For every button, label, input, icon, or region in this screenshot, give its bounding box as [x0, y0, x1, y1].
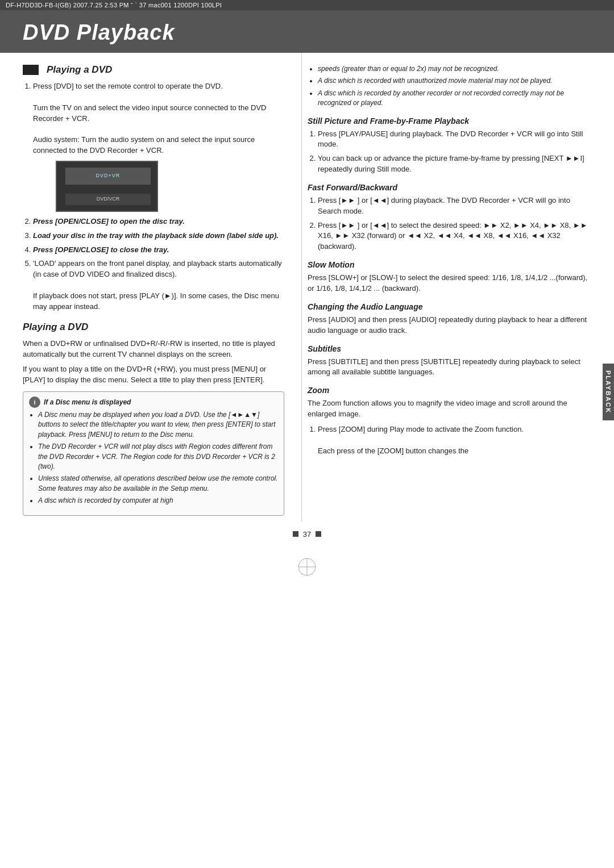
note-bullets: A Disc menu may be displayed when you lo…	[29, 410, 278, 506]
step-5b-text: If playback does not start, press [PLAY …	[33, 291, 279, 311]
dvd-display-info: DVD/VCR	[65, 194, 151, 205]
right-bullet-3: A disc which is recorded by another reco…	[318, 89, 591, 108]
right-column: speeds (greater than or equal to 2x) may…	[301, 53, 591, 521]
ff-step-1: Press [►► ] or [◄◄] during playback. The…	[318, 195, 591, 217]
header-text: DF-H7DD3D-FB-I(GB) 2007.7.25 2:53 PM ˘ `…	[6, 2, 222, 9]
step-1: Press [DVD] to set the remote control to…	[33, 81, 284, 212]
zoom-step-1: Press [ZOOM] during Play mode to activat…	[318, 424, 591, 457]
section1-title: Playing a DVD	[47, 64, 112, 76]
section2-p2: If you want to play a title on the DVD+R…	[23, 364, 284, 386]
step-5a-text: 'LOAD' appears on the front panel displa…	[33, 259, 282, 278]
zoom-step-1-text: Press [ZOOM] during Play mode to activat…	[318, 425, 524, 433]
header-bar: DF-H7DD3D-FB-I(GB) 2007.7.25 2:53 PM ˘ `…	[0, 0, 614, 10]
zoom-step-1b-text: Each press of the [ZOOM] button changes …	[318, 446, 468, 455]
ff-heading: Fast Forward/Backward	[308, 183, 591, 192]
zoom-title: Zoom	[308, 386, 329, 395]
main-content: Playing a DVD Press [DVD] to set the rem…	[0, 53, 614, 521]
slow-title: Slow Motion	[308, 260, 354, 269]
step-5: 'LOAD' appears on the front panel displa…	[33, 258, 284, 312]
heading-bar-icon	[23, 65, 39, 75]
still-steps: Press [PLAY/PAUSE] during playback. The …	[308, 129, 591, 175]
step-3-text: Load your disc in the tray with the play…	[33, 231, 279, 240]
subtitles-title: Subtitles	[308, 344, 341, 353]
note-icon: i	[29, 397, 40, 408]
page-sq-left	[293, 531, 298, 537]
dvd-display-screen: DVD+VR	[65, 168, 151, 185]
audio-heading: Changing the Audio Language	[308, 302, 591, 311]
steps-list: Press [DVD] to set the remote control to…	[23, 81, 284, 312]
audio-p: Press [AUDIO] and then press [AUDIO] rep…	[308, 315, 591, 336]
still-step-2: You can back up or advance the picture f…	[318, 153, 591, 175]
page-title: DVD Playback	[23, 20, 591, 45]
title-section: DVD Playback	[0, 10, 614, 53]
right-cont-bullets: speeds (greater than or equal to 2x) may…	[308, 64, 591, 108]
note-title-text: If a Disc menu is displayed	[44, 398, 131, 406]
slow-heading: Slow Motion	[308, 260, 591, 269]
zoom-heading: Zoom	[308, 386, 591, 395]
ff-title: Fast Forward/Backward	[308, 183, 397, 192]
bottom-area	[0, 544, 614, 586]
page-sq-right	[316, 531, 321, 537]
still-title: Still Picture and Frame-by-Frame Playbac…	[308, 116, 469, 126]
still-heading: Still Picture and Frame-by-Frame Playbac…	[308, 116, 591, 126]
note-bullet-3: Unless stated otherwise, all operations …	[38, 474, 278, 494]
step-2-text: Press [OPEN/CLOSE] to open the disc tray…	[33, 217, 185, 226]
left-column: Playing a DVD Press [DVD] to set the rem…	[23, 53, 284, 521]
playback-tab: PLAYBACK	[603, 364, 614, 420]
note-bullet-2: The DVD Recorder + VCR will not play dis…	[38, 442, 278, 471]
slow-p: Press [SLOW+] or [SLOW-] to select the d…	[308, 273, 591, 294]
dvd-image: DVD+VR DVD/VCR	[56, 161, 158, 212]
step-4-text: Press [OPEN/CLOSE] to close the tray.	[33, 245, 169, 254]
note-title: i If a Disc menu is displayed	[29, 397, 278, 408]
audio-title: Changing the Audio Language	[308, 302, 422, 311]
right-bullet-1: speeds (greater than or equal to 2x) may…	[318, 64, 591, 74]
section2-heading: Playing a DVD	[23, 322, 284, 333]
zoom-steps: Press [ZOOM] during Play mode to activat…	[308, 424, 591, 457]
note-bullet-1: A Disc menu may be displayed when you lo…	[38, 410, 278, 440]
section2-title: Playing a DVD	[23, 322, 88, 333]
subtitles-p: Press [SUBTITLE] and then press [SUBTITL…	[308, 357, 591, 378]
step-3: Load your disc in the tray with the play…	[33, 231, 284, 241]
step-1c-text: Audio system: Turn the audio system on a…	[33, 135, 255, 155]
right-bullet-2: A disc which is recorded with unauthoriz…	[318, 76, 591, 86]
note-box: i If a Disc menu is displayed A Disc men…	[23, 391, 284, 516]
registration-mark	[296, 556, 318, 578]
page-number-text: 37	[303, 530, 311, 539]
note-bullet-4: A disc which is recorded by computer at …	[38, 496, 278, 506]
section1-heading: Playing a DVD	[23, 64, 284, 76]
still-step-1: Press [PLAY/PAUSE] during playback. The …	[318, 129, 591, 151]
zoom-p1: The Zoom function allows you to magnify …	[308, 398, 591, 420]
ff-steps: Press [►► ] or [◄◄] during playback. The…	[308, 195, 591, 252]
step-1b-text: Turn the TV on and select the video inpu…	[33, 103, 266, 123]
ff-step-2: Press [►► ] or [◄◄] to select the desire…	[318, 220, 591, 253]
page-number-area: 37	[0, 521, 614, 544]
step-2: Press [OPEN/CLOSE] to open the disc tray…	[33, 216, 284, 227]
section2-p1: When a DVD+RW or unfinalised DVD+R/-R/-R…	[23, 339, 284, 360]
step-1-text: Press [DVD] to set the remote control to…	[33, 82, 223, 90]
step-4: Press [OPEN/CLOSE] to close the tray.	[33, 245, 284, 256]
subtitles-heading: Subtitles	[308, 344, 591, 353]
